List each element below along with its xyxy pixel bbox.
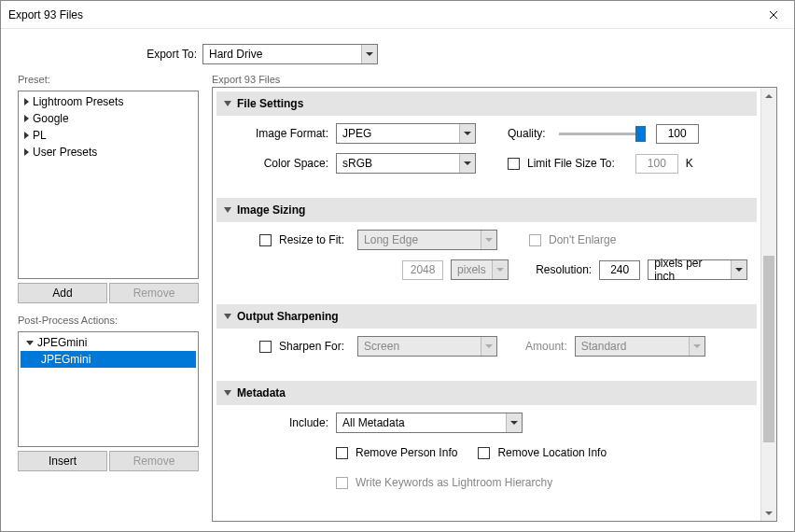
preset-item-label: Google: [33, 112, 69, 125]
columns: Preset: Lightroom Presets Google PL User…: [18, 74, 777, 522]
section-header-label: Metadata: [237, 386, 286, 399]
image-format-select[interactable]: JPEG: [336, 123, 476, 144]
dont-enlarge-checkbox: [529, 234, 541, 246]
chevron-down-icon: [361, 45, 377, 63]
color-space-label: Color Space:: [226, 157, 328, 170]
triangle-down-icon: [224, 390, 231, 396]
quality-slider[interactable]: [559, 133, 643, 135]
export-to-row: Export To: Hard Drive: [141, 44, 777, 64]
scrollbar-thumb[interactable]: [763, 256, 774, 442]
remove-person-checkbox[interactable]: [336, 447, 348, 459]
slider-thumb[interactable]: [635, 126, 646, 142]
limit-filesize-checkbox[interactable]: [508, 158, 520, 170]
preset-item-user[interactable]: User Presets: [21, 144, 196, 161]
remove-person-label: Remove Person Info: [356, 446, 457, 459]
triangle-right-icon: [24, 132, 29, 139]
preset-add-button[interactable]: Add: [18, 283, 107, 303]
settings-scroll: File Settings Image Format: JPEG Quality…: [213, 88, 760, 521]
sharpen-for-select: Screen: [357, 336, 497, 357]
limit-filesize-label: Limit File Size To:: [527, 157, 615, 170]
triangle-right-icon: [24, 115, 29, 122]
preset-list[interactable]: Lightroom Presets Google PL User Presets: [18, 91, 199, 279]
close-button[interactable]: [752, 1, 794, 28]
metadata-body: Include: All Metadata Remove Person Info…: [216, 413, 757, 517]
actions-remove-button: Remove: [109, 451, 199, 471]
preset-item-label: Lightroom Presets: [33, 95, 123, 108]
preset-label: Preset:: [18, 74, 199, 85]
preset-item-label: PL: [33, 129, 47, 142]
scroll-down-icon[interactable]: [761, 505, 776, 521]
triangle-right-icon: [24, 148, 29, 156]
window-title: Export 93 Files: [8, 8, 83, 21]
section-header-label: Image Sizing: [237, 203, 305, 217]
sharpen-checkbox[interactable]: [259, 341, 272, 353]
settings-panel: File Settings Image Format: JPEG Quality…: [212, 87, 777, 522]
dialog-body: Export To: Hard Drive Preset: Lightroom …: [1, 29, 794, 532]
chevron-down-icon: [492, 260, 508, 279]
settings-scrollbar[interactable]: [760, 88, 776, 521]
preset-item-lightroom[interactable]: Lightroom Presets: [21, 93, 196, 110]
sharpen-for-label: Sharpen For:: [279, 340, 344, 353]
sharpen-body: Sharpen For: Screen Amount: Standard: [216, 336, 757, 381]
action-item-selected[interactable]: JPEGmini: [21, 351, 196, 368]
triangle-right-icon: [24, 98, 29, 105]
scroll-up-icon[interactable]: [761, 88, 776, 104]
triangle-down-icon: [224, 207, 231, 213]
image-sizing-body: Resize to Fit: Long Edge Don't Enlarge 2…: [216, 230, 757, 304]
amount-label: Amount:: [525, 340, 567, 353]
preset-remove-button: Remove: [109, 283, 199, 303]
image-format-value: JPEG: [337, 127, 459, 140]
include-value: All Metadata: [337, 416, 506, 429]
triangle-down-icon: [26, 341, 34, 345]
quality-value[interactable]: 100: [656, 124, 699, 144]
actions-insert-button[interactable]: Insert: [18, 451, 107, 471]
section-output-sharpening[interactable]: Output Sharpening: [216, 304, 757, 329]
chevron-down-icon: [481, 337, 496, 356]
export-to-select[interactable]: Hard Drive: [202, 44, 378, 64]
export-to-value: Hard Drive: [203, 48, 361, 61]
color-space-select[interactable]: sRGB: [336, 153, 476, 174]
action-group-label: JPEGmini: [37, 336, 87, 349]
chevron-down-icon: [689, 337, 704, 356]
section-header-label: File Settings: [237, 97, 303, 110]
resolution-unit-select[interactable]: pixels per inch: [648, 259, 747, 280]
resize-mode-select: Long Edge: [357, 230, 497, 250]
include-select[interactable]: All Metadata: [336, 413, 523, 433]
preset-item-pl[interactable]: PL: [21, 127, 196, 144]
section-image-sizing[interactable]: Image Sizing: [216, 198, 757, 222]
limit-filesize-value: 100: [635, 154, 678, 174]
export-dialog: Export 93 Files Export To: Hard Drive Pr…: [0, 0, 795, 532]
sharpen-for-value: Screen: [358, 340, 481, 353]
action-group[interactable]: JPEGmini: [21, 334, 196, 351]
chevron-down-icon: [506, 413, 522, 432]
write-keywords-checkbox: [336, 477, 348, 489]
chevron-down-icon: [459, 124, 475, 143]
right-column: Export 93 Files File Settings Image Form…: [212, 74, 777, 522]
amount-select: Standard: [575, 336, 705, 357]
section-metadata[interactable]: Metadata: [216, 381, 757, 405]
dimension-unit-value: pixels: [452, 263, 492, 276]
triangle-down-icon: [224, 314, 231, 319]
color-space-value: sRGB: [337, 157, 459, 170]
close-icon: [769, 10, 778, 20]
dimension-unit-select: pixels: [451, 259, 509, 280]
limit-filesize-unit: K: [686, 157, 693, 170]
remove-location-checkbox[interactable]: [478, 447, 490, 459]
section-file-settings[interactable]: File Settings: [216, 91, 757, 116]
chevron-down-icon: [459, 154, 475, 173]
resolution-value[interactable]: 240: [599, 260, 640, 280]
actions-list[interactable]: JPEGmini JPEGmini: [18, 331, 199, 447]
file-settings-body: Image Format: JPEG Quality: 100 Color Sp…: [216, 123, 757, 198]
preset-item-google[interactable]: Google: [21, 110, 196, 127]
chevron-down-icon: [731, 260, 746, 279]
actions-label: Post-Process Actions:: [18, 315, 199, 326]
panel-title: Export 93 Files: [212, 74, 777, 85]
preset-item-label: User Presets: [33, 146, 97, 159]
amount-value: Standard: [576, 340, 689, 353]
resize-label: Resize to Fit:: [279, 233, 344, 246]
resolution-label: Resolution:: [536, 263, 592, 276]
include-label: Include:: [226, 416, 328, 429]
resize-checkbox[interactable]: [259, 234, 272, 246]
left-column: Preset: Lightroom Presets Google PL User…: [18, 74, 199, 522]
image-format-label: Image Format:: [226, 127, 328, 140]
